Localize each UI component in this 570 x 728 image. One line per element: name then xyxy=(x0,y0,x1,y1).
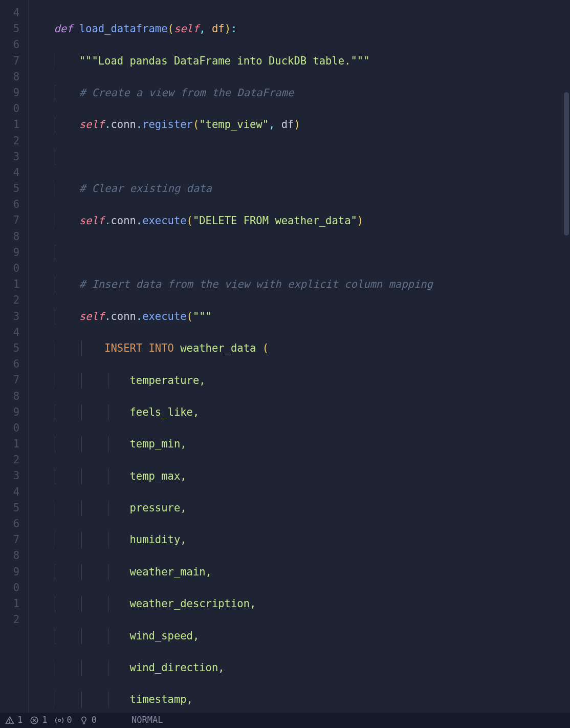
line-number: 2 xyxy=(0,452,19,468)
indent-guide xyxy=(81,468,82,484)
sql-into: INTO xyxy=(149,342,174,354)
indent-guide xyxy=(81,564,82,580)
indent-guide xyxy=(55,564,55,580)
sql-column: timestamp, xyxy=(129,693,192,705)
indent-guide xyxy=(55,117,55,133)
line-number: 2 xyxy=(0,133,19,149)
code-line[interactable]: # Create a view from the DataFrame xyxy=(29,85,570,101)
error-count: 1 xyxy=(42,712,47,728)
code-line[interactable]: weather_description, xyxy=(29,596,570,612)
line-number: 8 xyxy=(0,389,19,404)
indent-guide xyxy=(81,596,82,612)
line-number-gutter: 4 5 6 7 8 9 0 1 2 3 4 5 6 7 8 9 0 1 2 3 … xyxy=(0,0,29,728)
line-number: 4 xyxy=(0,165,19,181)
code-line[interactable]: def load_dataframe(self, df): xyxy=(29,21,570,37)
svg-point-1 xyxy=(9,722,10,722)
indent-guide xyxy=(55,309,55,325)
line-number: 2 xyxy=(0,292,19,308)
indent-guide xyxy=(108,373,108,389)
comment: # Insert data from the view with explici… xyxy=(79,278,433,290)
paren: ) xyxy=(225,23,231,35)
line-number: 7 xyxy=(0,532,19,548)
status-mode: NORMAL xyxy=(131,712,163,728)
sql-column: feels_like, xyxy=(129,406,199,418)
line-number: 0 xyxy=(0,101,19,117)
line-number: 3 xyxy=(0,149,19,165)
hints-count: 0 xyxy=(92,712,97,728)
code-line[interactable]: # Insert data from the view with explici… xyxy=(29,276,570,292)
code-line[interactable]: wind_direction, xyxy=(29,660,570,676)
colon: : xyxy=(231,23,237,35)
status-hints[interactable]: 0 xyxy=(79,712,97,728)
line-number: 1 xyxy=(0,117,19,133)
indent-guide xyxy=(108,564,108,580)
indent-guide xyxy=(55,340,55,356)
method-execute: execute xyxy=(142,310,186,323)
param-df: df xyxy=(212,23,225,35)
code-line[interactable]: pressure, xyxy=(29,500,570,516)
code-editor[interactable]: 4 5 6 7 8 9 0 1 2 3 4 5 6 7 8 9 0 1 2 3 … xyxy=(0,0,570,728)
line-number: 9 xyxy=(0,85,19,101)
status-errors[interactable]: 1 xyxy=(30,712,47,728)
triple-quote: """ xyxy=(193,310,212,323)
comma: , xyxy=(199,23,212,35)
line-number: 7 xyxy=(0,53,19,69)
indent-guide xyxy=(108,628,108,644)
code-line[interactable]: self.conn.execute("DELETE FROM weather_d… xyxy=(29,213,570,229)
code-line[interactable]: self.conn.execute(""" xyxy=(29,309,570,325)
code-line[interactable]: weather_main, xyxy=(29,564,570,580)
indent-guide xyxy=(108,692,108,708)
comment: # Create a view from the DataFrame xyxy=(79,87,294,99)
radio-icon xyxy=(55,716,64,725)
indent-guide xyxy=(81,340,82,356)
indent-guide xyxy=(55,373,55,389)
indent-guide xyxy=(55,85,55,101)
indent-guide xyxy=(81,628,82,644)
indent-guide xyxy=(81,692,82,708)
line-number: 5 xyxy=(0,181,19,197)
code-line[interactable] xyxy=(29,149,570,165)
sql-column: weather_description, xyxy=(129,597,256,610)
status-warnings[interactable]: 1 xyxy=(5,712,23,728)
code-line[interactable] xyxy=(29,245,570,261)
warning-icon xyxy=(5,716,14,725)
indent-guide xyxy=(55,532,55,548)
indent-guide xyxy=(55,596,55,612)
indent-guide xyxy=(55,404,55,420)
vertical-scrollbar[interactable] xyxy=(563,0,570,713)
svg-point-5 xyxy=(58,719,60,722)
line-number: 4 xyxy=(0,325,19,340)
error-icon xyxy=(30,716,39,725)
line-number: 7 xyxy=(0,212,19,228)
code-line[interactable]: temp_min, xyxy=(29,436,570,452)
code-area[interactable]: def load_dataframe(self, df): """Load pa… xyxy=(29,0,570,728)
line-number: 6 xyxy=(0,197,19,212)
code-line[interactable]: timestamp, xyxy=(29,692,570,708)
line-number: 4 xyxy=(0,484,19,500)
indent-guide xyxy=(108,404,108,420)
line-number: 1 xyxy=(0,436,19,452)
code-line[interactable]: humidity, xyxy=(29,532,570,548)
vim-mode: NORMAL xyxy=(131,712,163,728)
code-line[interactable]: """Load pandas DataFrame into DuckDB tab… xyxy=(29,53,570,69)
code-line[interactable]: feels_like, xyxy=(29,404,570,420)
indent-guide xyxy=(108,468,108,484)
indent-guide xyxy=(81,404,82,420)
scrollbar-thumb[interactable] xyxy=(564,92,569,235)
code-line[interactable]: wind_speed, xyxy=(29,628,570,644)
indent-guide xyxy=(55,660,55,676)
sql-column: wind_direction, xyxy=(129,661,224,674)
sql-column: temp_max, xyxy=(129,470,186,482)
sql-column: pressure, xyxy=(129,502,186,514)
line-number: 0 xyxy=(0,261,19,276)
code-line[interactable]: temp_max, xyxy=(29,468,570,484)
code-line[interactable]: temperature, xyxy=(29,373,570,389)
line-number: 8 xyxy=(0,69,19,85)
code-line[interactable]: self.conn.register("temp_view", df) xyxy=(29,117,570,133)
line-number: 4 xyxy=(0,5,19,21)
code-line[interactable]: INSERT INTO weather_data ( xyxy=(29,340,570,356)
line-number: 5 xyxy=(0,340,19,356)
code-line[interactable]: # Clear existing data xyxy=(29,181,570,197)
status-radio[interactable]: 0 xyxy=(55,712,72,728)
sql-column: temperature, xyxy=(129,374,205,387)
